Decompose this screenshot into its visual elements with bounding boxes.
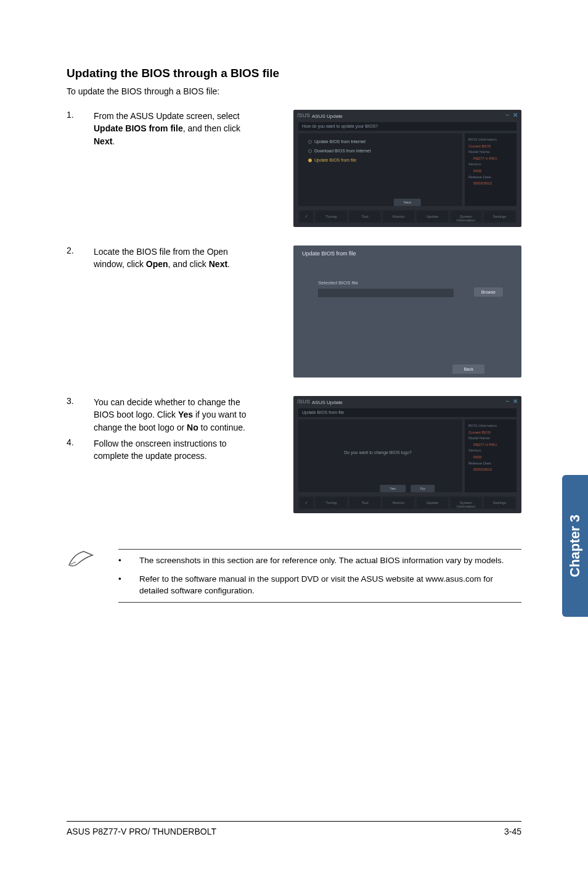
step-3-4: 3. You can decide whether to change the … [67,396,521,513]
toolbar-button[interactable]: Tool [349,211,381,222]
note-text: The screenshots in this section are for … [139,555,504,567]
section-heading: Updating the BIOS through a BIOS file [67,67,521,80]
step-1-text: From the ASUS Update screen, select Upda… [94,110,260,147]
note-block: • The screenshots in this section are fo… [67,549,521,603]
window-title: Update BIOS from file [302,250,356,257]
step-3-number: 3. [67,396,94,434]
toolbar-button[interactable]: Update [417,497,448,508]
sidebar-label: Release Date: [468,175,513,181]
step-2-screenshot: Update BIOS from file Selected BIOS file… [260,245,521,377]
toolbar-button[interactable]: Monitor [383,211,414,222]
sidebar-value: 03/02/2012 [473,181,513,187]
panel-header: Update BIOS from file [298,408,517,417]
confirm-question: Do you want to change BIOS logo? [293,450,462,455]
toolbar-button[interactable]: System Information [451,497,482,508]
text-bold: Next [209,259,227,269]
bottom-toolbar: ⁄⁄ Tuning Tool Monitor Update System Inf… [298,496,517,510]
asus-logo: /SUS [297,398,310,405]
sidebar-value: P8Z77-V PRO [473,442,513,448]
logo-icon: ⁄⁄ [300,211,313,222]
radio-option[interactable]: Download BIOS from Internet [308,149,452,153]
toolbar-button[interactable]: Update [417,211,448,222]
step-3-screenshot: /SUS ASUS Update − ✕ Update BIOS from fi… [260,396,521,513]
sidebar-label: Release Date: [468,461,513,467]
yes-no-buttons: Yes No [380,485,435,492]
panel-body [298,419,462,492]
window-title: ASUS Update [312,400,343,405]
step-4-number: 4. [67,437,94,463]
step-4-text: Follow the onscreen instructions to comp… [94,437,260,463]
notes-list: • The screenshots in this section are fo… [118,549,521,603]
sidebar-heading: BIOS Information [468,137,513,143]
note-pencil-icon [67,549,95,571]
toolbar-button[interactable]: Tuning [316,211,347,222]
panel-body: Update BIOS from Internet Download BIOS … [298,133,462,206]
text-fragment: , and click [168,259,209,269]
toolbar-button[interactable]: Tool [349,497,381,508]
step-3-text: You can decide whether to change the BIO… [94,396,260,434]
text-fragment: . [227,259,230,269]
text-fragment: , and then click [183,123,240,133]
footer-right: 3-45 [504,827,521,836]
step-1-screenshot: /SUS ASUS Update − ✕ How do you want to … [260,110,521,227]
sidebar-value: 0402 [473,455,513,461]
text-fragment: From the ASUS Update screen, select [94,111,240,121]
sidebar-value: 03/02/2012 [473,467,513,473]
chapter-tab-label: Chapter 3 [567,514,583,577]
sidebar-label: Version: [468,448,513,454]
no-button[interactable]: No [410,485,435,492]
toolbar-button[interactable]: Monitor [383,497,414,508]
asus-logo: /SUS [297,112,310,118]
step-4: 4. Follow the onscreen instructions to c… [67,437,260,463]
sidebar-label: Model Name: [468,149,513,155]
step-1: 1. From the ASUS Update screen, select U… [67,110,521,227]
bios-file-input[interactable] [318,289,454,297]
panel-header: How do you want to update your BIOS? [298,122,517,131]
close-icon[interactable]: − ✕ [506,398,518,405]
radio-option[interactable]: Update BIOS from Internet [308,139,452,144]
bios-info-sidebar: BIOS Information Current BIOS Model Name… [465,419,517,492]
bottom-toolbar: ⁄⁄ Tuning Tool Monitor Update System Inf… [298,210,517,223]
toolbar-button[interactable]: Tuning [316,497,347,508]
step-2-text: Locate the BIOS file from the Open windo… [94,245,260,271]
toolbar-button[interactable]: Settings [484,211,515,222]
radio-list: Update BIOS from Internet Download BIOS … [298,133,462,173]
browse-button[interactable]: Browse [474,287,503,297]
toolbar-button[interactable]: System Information [451,211,482,222]
text-bold: Update BIOS from file [94,123,183,133]
sidebar-value: 0402 [473,168,513,175]
sidebar-value: P8Z77-V PRO [473,156,513,162]
toolbar-button[interactable]: Settings [484,497,515,508]
bullet: • [118,555,139,567]
step-2: 2. Locate the BIOS file from the Open wi… [67,245,521,377]
next-button[interactable]: Next [394,199,421,206]
text-bold: Next [94,136,112,146]
radio-option-selected[interactable]: Update BIOS from file [308,158,452,162]
window-title: ASUS Update [312,113,343,119]
note-item: • Refer to the software manual in the su… [118,573,521,597]
text-fragment: . [112,136,115,146]
step-1-number: 1. [67,110,94,120]
close-icon[interactable]: − ✕ [506,112,518,118]
sidebar-label: Current BIOS [468,430,513,436]
step-3: 3. You can decide whether to change the … [67,396,260,434]
bullet: • [118,573,139,597]
chapter-tab: Chapter 3 [562,475,588,617]
text-bold: No [187,423,198,432]
update-from-file-window: Update BIOS from file Selected BIOS file… [293,245,521,377]
yes-button[interactable]: Yes [380,485,406,492]
back-button[interactable]: Back [452,365,484,374]
asus-update-window-1: /SUS ASUS Update − ✕ How do you want to … [293,110,521,227]
text-bold: Open [146,259,168,269]
note-item: • The screenshots in this section are fo… [118,555,521,567]
note-text: Refer to the software manual in the supp… [139,573,521,597]
intro-text: To update the BIOS through a BIOS file: [67,86,521,96]
sidebar-label: Model Name: [468,435,513,442]
text-fragment: to continue. [198,423,245,432]
step-2-number: 2. [67,245,94,255]
sidebar-heading: BIOS Information [468,423,513,429]
logo-icon: ⁄⁄ [300,497,313,508]
sidebar-label: Current BIOS [468,144,513,150]
page-footer: ASUS P8Z77-V PRO/ THUNDERBOLT 3-45 [67,821,521,836]
field-label: Selected BIOS file [318,280,358,286]
